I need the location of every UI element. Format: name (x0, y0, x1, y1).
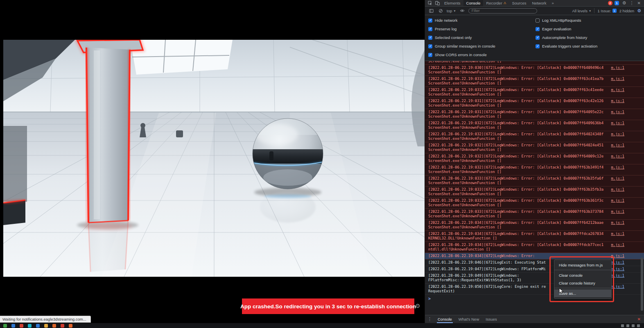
source-link[interactable]: m.js:1 (611, 273, 624, 278)
source-link[interactable]: m.js:1 (611, 165, 624, 170)
taskbar-icon[interactable] (36, 324, 40, 328)
devtools-tab[interactable]: Console ⚠ (463, 0, 484, 6)
kebab-menu-icon[interactable]: ⋮ (630, 0, 634, 6)
source-link[interactable]: m.js:1 (611, 267, 624, 271)
checkbox[interactable] (536, 27, 540, 31)
console-message[interactable]: [2022.01.28-06.22.19:034][672]LogWindows… (425, 253, 644, 260)
source-link[interactable]: m.js:1 (611, 121, 624, 125)
more-tabs-icon[interactable]: » (550, 1, 555, 5)
source-link[interactable]: m.js:1 (611, 88, 624, 92)
console-setting[interactable]: Autocomplete from history (532, 33, 644, 42)
checkbox[interactable] (428, 18, 432, 23)
context-menu-item[interactable]: Clear console (554, 271, 611, 279)
console-message[interactable]: [2022.01.28-06.22.19:034][672]LogWindows… (425, 231, 644, 242)
console-setting[interactable]: Show CORS errors in console (425, 50, 532, 59)
drawer-tab[interactable]: What's New (455, 315, 482, 323)
console-message[interactable]: [2022.01.28-06.22.19:034][672]LogWindows… (425, 242, 644, 253)
console-message[interactable]: [2022.01.28-06.22.19:033][672]LogWindows… (425, 198, 644, 209)
source-link[interactable]: m.js:1 (611, 154, 624, 159)
console-message[interactable]: [2022.01.28-06.22.19:032][672]LogWindows… (425, 153, 644, 164)
console-message[interactable]: [2022.01.28-06.22.19:031][672]LogWindows… (425, 98, 644, 109)
console-message[interactable]: [2022.01.28-06.22.19:032][672]LogWindows… (425, 142, 644, 153)
console-message[interactable]: [2022.01.28-06.22.19:032][672]LogWindows… (425, 131, 644, 142)
clear-console-icon[interactable] (437, 9, 444, 13)
console-setting[interactable]: Preserve log (425, 25, 532, 33)
checkbox[interactable] (428, 53, 432, 57)
console-filter-input[interactable] (468, 8, 537, 14)
context-menu-item[interactable]: Save as... (554, 289, 611, 297)
source-link[interactable]: m.js:1 (611, 198, 624, 203)
console-message[interactable]: ScreenShot.exe!UnknownFunction [] (425, 61, 644, 65)
tray-icon[interactable] (632, 324, 635, 327)
gear-icon[interactable]: ⚙ (415, 303, 420, 309)
issue-count-badge[interactable]: 1 (615, 1, 619, 5)
source-link[interactable]: m.js:1 (611, 232, 624, 236)
console-setting[interactable]: Selected context only (425, 33, 532, 42)
checkbox[interactable] (428, 27, 432, 31)
drawer-close-icon[interactable]: ✕ (637, 317, 642, 321)
taskbar-icon[interactable] (69, 324, 72, 328)
taskbar-icon[interactable] (44, 324, 48, 328)
console-message[interactable]: [2022.01.28-06.22.19:033][672]LogWindows… (425, 175, 644, 187)
console-message[interactable]: [2022.01.28-06.22.19:034][672]LogWindows… (425, 220, 644, 231)
tray-icon[interactable] (626, 324, 629, 327)
source-link[interactable]: m.js:1 (611, 243, 624, 247)
source-link[interactable]: m.js:1 (611, 260, 624, 265)
console-setting[interactable]: Log XMLHttpRequests (532, 16, 644, 25)
source-link[interactable]: m.js:1 (611, 285, 624, 289)
console-setting[interactable]: Evaluate triggers user activation (532, 42, 644, 50)
taskbar-icon[interactable] (61, 324, 64, 328)
settings-gear-icon[interactable]: ⚙ (622, 0, 626, 6)
checkbox[interactable] (428, 36, 432, 40)
source-link[interactable]: m.js:1 (611, 187, 624, 192)
taskbar-icon[interactable] (11, 324, 15, 328)
console-message[interactable]: [2022.01.28-06.22.19:033][672]LogWindows… (425, 187, 644, 198)
checkbox[interactable] (536, 18, 540, 23)
log-level-selector[interactable]: All levels ▼ (572, 9, 591, 13)
console-sidebar-icon[interactable] (428, 9, 434, 13)
checkbox[interactable] (536, 36, 540, 40)
console-setting[interactable]: Hide network (425, 16, 532, 25)
taskbar-icon[interactable] (20, 324, 23, 328)
console-settings-gear-icon[interactable]: ⚙ (637, 8, 641, 14)
taskbar-icon[interactable] (28, 324, 32, 328)
devtools-tab[interactable]: Elements ⚠ (441, 0, 463, 6)
tray-icon[interactable] (637, 324, 640, 327)
console-setting[interactable]: Eager evaluation (532, 25, 644, 33)
context-menu-item[interactable]: Clear console history (554, 279, 611, 287)
inspect-icon[interactable] (427, 1, 433, 5)
source-link[interactable]: m.js:1 (611, 210, 624, 214)
taskbar-icon[interactable] (3, 324, 7, 328)
context-selector[interactable]: top ▼ (447, 9, 456, 13)
tray-icon[interactable] (621, 324, 624, 327)
source-link[interactable]: m.js:1 (611, 221, 624, 225)
drawer-kebab-icon[interactable]: ⋮ (427, 317, 432, 322)
console-scrollbar[interactable] (640, 62, 643, 314)
console-message[interactable]: [2022.01.28-06.22.19:032][672]LogWindows… (425, 120, 644, 131)
source-link[interactable]: m.js:1 (611, 254, 624, 258)
device-toolbar-icon[interactable] (434, 1, 441, 5)
live-expression-eye-icon[interactable] (459, 8, 465, 13)
source-link[interactable]: m.js:1 (611, 110, 624, 114)
source-link[interactable]: m.js:1 (611, 176, 624, 181)
console-message[interactable]: [2022.01.28-06.22.19:031][672]LogWindows… (425, 109, 644, 120)
source-link[interactable]: m.js:1 (611, 66, 624, 70)
context-menu-item[interactable]: Hide messages from m.js (554, 261, 611, 269)
system-tray[interactable] (621, 324, 644, 327)
checkbox[interactable] (536, 44, 540, 48)
console-setting[interactable]: Group similar messages in console (425, 42, 532, 50)
console-message[interactable]: [2022.01.28-06.22.19:030][672]LogWindows… (425, 65, 644, 76)
devtools-close-icon[interactable]: ✕ (637, 1, 641, 5)
drawer-tab[interactable]: Console (434, 315, 455, 323)
source-link[interactable]: m.js:1 (611, 99, 624, 103)
console-message[interactable]: [2022.01.28-06.22.19:032][672]LogWindows… (425, 164, 644, 175)
stream-viewport[interactable] (3, 40, 425, 277)
devtools-tab[interactable]: Network ⚠ (529, 0, 549, 6)
checkbox[interactable] (428, 44, 432, 48)
devtools-tab[interactable]: Sources ⚠ (509, 0, 529, 6)
console-message[interactable]: [2022.01.28-06.22.19:031][672]LogWindows… (425, 87, 644, 98)
taskbar-icon[interactable] (52, 324, 56, 328)
devtools-tab[interactable]: Recorder ⚠ (483, 0, 509, 6)
console-message[interactable]: [2022.01.28-06.22.19:033][672]LogWindows… (425, 209, 644, 220)
source-link[interactable]: m.js:1 (611, 77, 624, 81)
